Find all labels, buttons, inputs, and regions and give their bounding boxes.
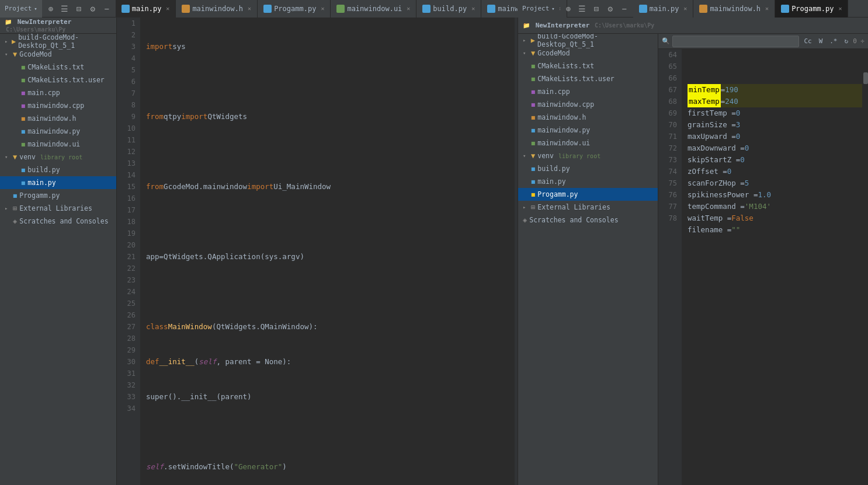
structure-icon[interactable]: ☰ — [576, 2, 589, 15]
right-tree-mainwindow-h[interactable]: ◼ mainwindow.h — [518, 111, 658, 124]
val-5: 5 — [745, 177, 749, 189]
tree-item-label: venv — [537, 152, 554, 160]
search-input[interactable] — [672, 36, 799, 47]
code-lines-left[interactable]: import sys from qtpy import QtWidgets fr… — [140, 18, 515, 485]
right-tree-scratches[interactable]: ◈ Scratches and Consoles — [518, 214, 658, 226]
val-0c: 0 — [745, 142, 749, 154]
tab-close-icon[interactable]: ✕ — [683, 5, 687, 12]
h-icon: ◼ — [531, 113, 535, 121]
right-code-content[interactable]: 64 65 66 67 68 69 70 71 72 73 74 75 — [658, 49, 868, 485]
val-m104: 'M104' — [745, 201, 771, 212]
right-tree-progamm-py[interactable]: ◼ Progamm.py — [518, 188, 658, 201]
var-firsttemp: firstTemp = — [688, 107, 736, 119]
right-tree-cmake[interactable]: ◼ CMakeLists.txt — [518, 60, 658, 72]
py-icon: ◼ — [531, 126, 535, 134]
tree-item-main-py[interactable]: ◼ main.py — [0, 176, 116, 189]
left-project-button[interactable]: Project ▾ — [0, 0, 42, 18]
code-line-8 — [146, 286, 509, 298]
regex-btn[interactable]: .* — [827, 37, 839, 45]
lib-icon: ⊞ — [531, 203, 535, 211]
tree-item-build-py[interactable]: ◼ build.py — [0, 163, 116, 176]
tab-mainwindow-ui[interactable]: mainwindow.ui ✕ — [331, 0, 416, 18]
tab-progamm-py-left[interactable]: Progamm.py ✕ — [258, 0, 331, 18]
whole-word-btn[interactable]: W — [817, 37, 825, 45]
right-tree-mainwindow-cpp[interactable]: ◼ mainwindow.cpp — [518, 98, 658, 111]
tree-item-mainwindow-py[interactable]: ◼ mainwindow.py — [0, 125, 116, 138]
left-tree-view[interactable]: ▸ ▶ build-GcodeMod-Desktop_Qt_5_1 ▾ ▼ Gc… — [0, 34, 116, 485]
tab-close-icon[interactable]: ✕ — [166, 5, 169, 12]
right-tree-view[interactable]: ▸ ▶ build-GcodeMod-Desktop_Qt_5_1 ▾ ▼ Gc… — [518, 34, 658, 485]
tab-close-icon[interactable]: ✕ — [765, 5, 769, 12]
right-tree-item-gcodemod[interactable]: ▾ ▼ GcodeMod — [518, 47, 658, 60]
tab-label: mainwindow.ui — [347, 5, 402, 13]
right-tree-cmake-user[interactable]: ◼ CMakeLists.txt.user — [518, 72, 658, 85]
tree-item-scratches-left[interactable]: ◈ Scratches and Consoles — [0, 215, 116, 228]
tree-item-label: GcodeMod — [19, 50, 51, 58]
right-code-editor: 🔍 Cc W .* ↻ 0 ÷ 64 65 66 67 — [658, 34, 868, 485]
tree-item-label: build-GcodeMod-Desktop_Qt_5_1 — [18, 34, 112, 50]
scratch-icon: ◈ — [523, 216, 527, 224]
tree-item-mainwindow-cpp[interactable]: ◼ mainwindow.cpp — [0, 99, 116, 112]
right-tree-mainwindow-ui[interactable]: ◼ mainwindow.ui — [518, 137, 658, 149]
settings-icon[interactable]: ⚙ — [604, 2, 617, 15]
tree-item-label: mainwindow.cpp — [27, 102, 84, 110]
minimize-icon[interactable]: − — [100, 2, 113, 15]
var-filename: filename = — [688, 224, 731, 236]
tab-mainwindow-h[interactable]: mainwindow.h ✕ — [176, 0, 258, 18]
tree-item-label: main.cpp — [27, 89, 60, 97]
settings-icon[interactable]: ⚙ — [86, 2, 99, 15]
code-line-2 — [146, 76, 509, 88]
tab-label: Progamm.py — [791, 5, 834, 13]
right-code-lines[interactable]: minTemp = 190 maxTemp = 240 firstTemp = — [682, 49, 868, 485]
tree-item-cmake[interactable]: ◼ CMakeLists.txt — [0, 61, 116, 74]
tab-main-py-left[interactable]: main.py ✕ — [116, 0, 176, 18]
tree-item-build[interactable]: ▸ ▶ build-GcodeMod-Desktop_Qt_5_1 — [0, 35, 116, 48]
tab-progamm-py-right[interactable]: Progamm.py ✕ — [775, 0, 848, 18]
tree-item-gcodemod[interactable]: ▾ ▼ GcodeMod — [0, 48, 116, 61]
add-file-icon[interactable]: ⊕ — [44, 2, 57, 15]
py-file-icon — [487, 5, 495, 13]
right-tree-item-build[interactable]: ▸ ▶ build-GcodeMod-Desktop_Qt_5_1 — [518, 34, 658, 47]
tab-close-icon[interactable]: ✕ — [248, 5, 251, 12]
tab-close-icon[interactable]: ✕ — [407, 5, 410, 12]
tree-item-venv[interactable]: ▾ ▼ venv library root — [0, 151, 116, 163]
tab-close-icon[interactable]: ✕ — [321, 5, 324, 12]
tree-item-mainwindow-ui[interactable]: ◼ mainwindow.ui — [0, 138, 116, 151]
tab-build-py[interactable]: build.py ✕ — [416, 0, 481, 18]
tree-item-progamm-py-left[interactable]: ◼ Progamm.py — [0, 189, 116, 202]
tab-mainwindow-h-right[interactable]: mainwindow.h ✕ — [693, 0, 775, 18]
right-tree-build-py[interactable]: ◼ build.py — [518, 162, 658, 175]
right-tree-main-py[interactable]: ◼ main.py — [518, 175, 658, 188]
refresh-btn[interactable]: ↻ — [842, 37, 851, 45]
right-tree-external-libs[interactable]: ▸ ⊞ External Libraries — [518, 201, 658, 214]
structure-icon[interactable]: ☰ — [58, 2, 71, 15]
tree-item-label: mainwindow.h — [537, 113, 586, 121]
right-tree-mainwindow-py[interactable]: ◼ mainwindow.py — [518, 124, 658, 137]
search-bar: 🔍 Cc W .* ↻ 0 ÷ — [658, 34, 868, 49]
collapse-icon[interactable]: ⊟ — [590, 2, 603, 15]
tab-label: main.py — [650, 5, 679, 13]
code-content-left[interactable]: 1 2 3 4 5 6 7 8 9 10 11 12 13 14 15 16 1 — [117, 18, 515, 485]
right-tree-venv[interactable]: ▾ ▼ venv library root — [518, 149, 658, 162]
folder-icon: 📁 — [5, 19, 12, 25]
match-case-btn[interactable]: Cc — [801, 37, 814, 45]
var-spikiness: spikinessPower = — [688, 189, 758, 201]
tab-close-icon[interactable]: ✕ — [471, 5, 475, 12]
tree-item-mainwindow-h[interactable]: ◼ mainwindow.h — [0, 112, 116, 125]
tab-close-icon[interactable]: ✕ — [838, 5, 842, 12]
right-line-70: grainSize = 3 — [688, 119, 862, 131]
left-tab-bar: Project ▾ ⊕ ☰ ⊟ ⚙ − main.py ✕ mainwindow… — [0, 0, 518, 17]
tree-item-external-libs-left[interactable]: ▸ ⊞ External Libraries — [0, 202, 116, 215]
tree-item-cmake-user[interactable]: ◼ CMakeLists.txt.user — [0, 74, 116, 86]
tab-main-py-right[interactable]: main.py ✕ — [633, 0, 694, 18]
tree-item-main-cpp[interactable]: ◼ main.cpp — [0, 86, 116, 99]
cpp-icon: ◼ — [531, 88, 535, 96]
val-empty-str: "" — [731, 224, 740, 236]
minimize-icon[interactable]: − — [618, 2, 631, 15]
right-tree-main-cpp[interactable]: ◼ main.cpp — [518, 85, 658, 98]
add-file-icon[interactable]: ⊕ — [562, 2, 575, 15]
right-project-button[interactable]: Project ▾ — [518, 0, 560, 18]
var-grainsize: grainSize = — [688, 119, 736, 131]
code-line-3: from qtpy import QtWidgets — [146, 111, 509, 123]
collapse-icon[interactable]: ⊟ — [72, 2, 85, 15]
